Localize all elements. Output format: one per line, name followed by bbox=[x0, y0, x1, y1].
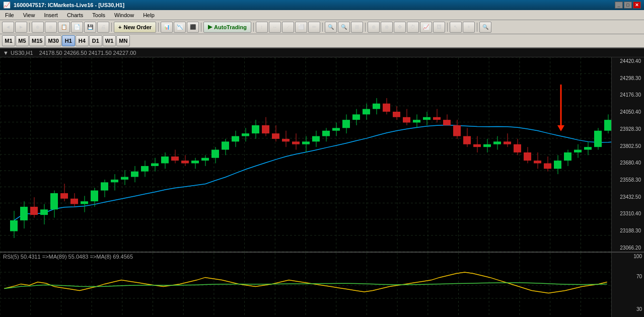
autotrading-icon: ▶ bbox=[208, 24, 212, 30]
autotrading-button[interactable]: ▶ AutoTrading bbox=[203, 22, 251, 33]
price-axis: 24420.4024298.3024176.3024050.4023928.30… bbox=[611, 57, 644, 252]
rsi-chart-canvas[interactable] bbox=[0, 253, 611, 317]
close-button[interactable]: ✕ bbox=[633, 2, 641, 9]
toolbar-tool-4[interactable]: ⬜ bbox=[295, 22, 307, 33]
main-chart-area[interactable]: 24420.4024298.3024176.3024050.4023928.30… bbox=[0, 57, 644, 252]
rsi-info: RSI(5) 50.4311 =>MA(89) 55.0483 =>MA(8) … bbox=[3, 254, 133, 260]
toolbar-sep-7 bbox=[365, 23, 366, 32]
toolbar-period[interactable]: ⏱ bbox=[407, 22, 419, 33]
tf-mn[interactable]: MN bbox=[116, 35, 130, 46]
menu-help[interactable]: Help bbox=[139, 11, 159, 20]
toolbar-move[interactable]: ✥ bbox=[394, 22, 406, 33]
timeframe-bar: M1 M5 M15 M30 H1 H4 D1 W1 MN bbox=[0, 34, 644, 48]
toolbar-sep-1 bbox=[29, 23, 30, 32]
new-order-button[interactable]: + New Order bbox=[114, 22, 156, 33]
toolbar-back[interactable]: ◄ bbox=[2, 22, 14, 33]
price-level: 23188.30 bbox=[613, 228, 643, 233]
toolbar-chart-2[interactable]: 📉 bbox=[174, 22, 186, 33]
price-level: 23066.20 bbox=[613, 245, 643, 251]
chart-triangle: ▼ bbox=[3, 50, 9, 56]
chart-ohlc: 24178.50 24266.50 24171.50 24227.00 bbox=[39, 50, 136, 56]
rsi-label: RSI(5) 50.4311 =>MA(89) 55.0483 =>MA(8) … bbox=[3, 254, 133, 260]
chart-info-bar: ▼ US30,H1 24178.50 24266.50 24171.50 242… bbox=[0, 48, 644, 57]
toolbar-zoom-in[interactable]: 🔍 bbox=[325, 22, 337, 33]
price-level: 24050.40 bbox=[613, 109, 643, 115]
chart-symbol-values: US30,H1 24178.50 24266.50 24171.50 24227… bbox=[11, 50, 136, 56]
menu-view[interactable]: View bbox=[19, 11, 39, 20]
price-level: 24298.30 bbox=[613, 75, 643, 81]
toolbar-cross-1[interactable]: ⊕ bbox=[368, 22, 380, 33]
toolbar-btn-2[interactable]: ⊗ bbox=[45, 22, 57, 33]
price-level: 23802.50 bbox=[613, 143, 643, 149]
toolbar-tool-5[interactable]: ✏ bbox=[308, 22, 320, 33]
toolbar-sep-4 bbox=[201, 23, 201, 32]
tf-m5[interactable]: M5 bbox=[16, 35, 29, 46]
price-level: 23928.30 bbox=[613, 126, 643, 132]
menu-insert[interactable]: Insert bbox=[40, 11, 62, 20]
price-level: 23680.40 bbox=[613, 160, 643, 166]
tf-h1[interactable]: H1 bbox=[62, 35, 75, 46]
toolbar-cursor[interactable]: ↖ bbox=[450, 22, 462, 33]
titlebar-left: 📈 1600047517: ICMarkets-Live16 - [US30,H… bbox=[3, 2, 124, 9]
toolbar-btn-4[interactable]: 📄 bbox=[71, 22, 83, 33]
toolbar-zoom-out[interactable]: 🔍 bbox=[338, 22, 350, 33]
titlebar-controls[interactable]: _ □ ✕ bbox=[615, 2, 641, 9]
toolbar-tool-1[interactable]: ↕ bbox=[256, 22, 268, 33]
price-level: 23558.30 bbox=[613, 177, 643, 183]
tf-w1[interactable]: W1 bbox=[103, 35, 116, 46]
toolbar-chart-3[interactable]: ⬛ bbox=[187, 22, 199, 33]
toolbar-crosshair[interactable]: + bbox=[463, 22, 475, 33]
price-level: 23432.50 bbox=[613, 194, 643, 200]
price-level: 24176.30 bbox=[613, 92, 643, 98]
rsi-level-30: 30 bbox=[636, 306, 642, 312]
maximize-button[interactable]: □ bbox=[624, 2, 632, 9]
toolbar-cross-2[interactable]: ⊗ bbox=[381, 22, 393, 33]
rsi-level-100: 100 bbox=[633, 254, 642, 259]
toolbar-btn-3[interactable]: 📋 bbox=[58, 22, 70, 33]
toolbar-grid[interactable]: ⊞ bbox=[351, 22, 363, 33]
tf-m30[interactable]: M30 bbox=[45, 35, 61, 46]
toolbar-forward[interactable]: ► bbox=[15, 22, 27, 33]
toolbar-sep-2 bbox=[111, 23, 112, 32]
autotrading-label: AutoTrading bbox=[214, 24, 247, 30]
main-chart-canvas[interactable] bbox=[0, 57, 611, 252]
toolbar-btn-5[interactable]: 💾 bbox=[84, 22, 96, 33]
app-icon: 📈 bbox=[3, 2, 11, 9]
minimize-button[interactable]: _ bbox=[615, 2, 623, 9]
toolbar-sep-8 bbox=[447, 23, 448, 32]
tf-m15[interactable]: M15 bbox=[29, 35, 45, 46]
chart-symbol: US30,H1 bbox=[11, 50, 33, 56]
titlebar-title: 1600047517: ICMarkets-Live16 - [US30,H1] bbox=[14, 2, 124, 8]
titlebar: 📈 1600047517: ICMarkets-Live16 - [US30,H… bbox=[0, 0, 644, 10]
toolbar-btn-6[interactable]: 🖨 bbox=[97, 22, 109, 33]
tf-h4[interactable]: H4 bbox=[76, 35, 89, 46]
toolbar-sep-6 bbox=[322, 23, 323, 32]
toolbar-sep-9 bbox=[477, 23, 477, 32]
toolbar-chart-1[interactable]: 📊 bbox=[161, 22, 173, 33]
menu-file[interactable]: File bbox=[1, 11, 18, 20]
rsi-level-70: 70 bbox=[636, 274, 642, 279]
new-order-icon: + bbox=[118, 24, 121, 30]
tf-d1[interactable]: D1 bbox=[89, 35, 102, 46]
menu-tools[interactable]: Tools bbox=[88, 11, 109, 20]
price-level: 23310.40 bbox=[613, 211, 643, 216]
toolbar-sep-5 bbox=[253, 23, 254, 32]
toolbar-btn-1[interactable]: ⊕ bbox=[32, 22, 44, 33]
tf-m1[interactable]: M1 bbox=[2, 35, 15, 46]
chart-container: ▼ US30,H1 24178.50 24266.50 24171.50 242… bbox=[0, 48, 644, 317]
price-level: 24420.40 bbox=[613, 58, 643, 64]
toolbar-tool-2[interactable]: ↔ bbox=[269, 22, 281, 33]
toolbar-tool-3[interactable]: ⟋ bbox=[282, 22, 294, 33]
rsi-axis: 100 70 30 bbox=[611, 253, 644, 317]
toolbar-sep-3 bbox=[158, 23, 159, 32]
menubar: File View Insert Charts Tools Window Hel… bbox=[0, 10, 644, 20]
main-toolbar: ◄ ► ⊕ ⊗ 📋 📄 💾 🖨 + New Order 📊 📉 ⬛ ▶ Auto… bbox=[0, 20, 644, 34]
menu-charts[interactable]: Charts bbox=[63, 11, 87, 20]
rsi-panel[interactable]: RSI(5) 50.4311 =>MA(89) 55.0483 =>MA(8) … bbox=[0, 252, 644, 317]
toolbar-indicator[interactable]: 📈 bbox=[420, 22, 432, 33]
new-order-label: New Order bbox=[123, 24, 152, 30]
menu-window[interactable]: Window bbox=[110, 11, 138, 20]
toolbar-search[interactable]: 🔍 bbox=[479, 22, 491, 33]
toolbar-tpl[interactable]: 🖼 bbox=[433, 22, 445, 33]
